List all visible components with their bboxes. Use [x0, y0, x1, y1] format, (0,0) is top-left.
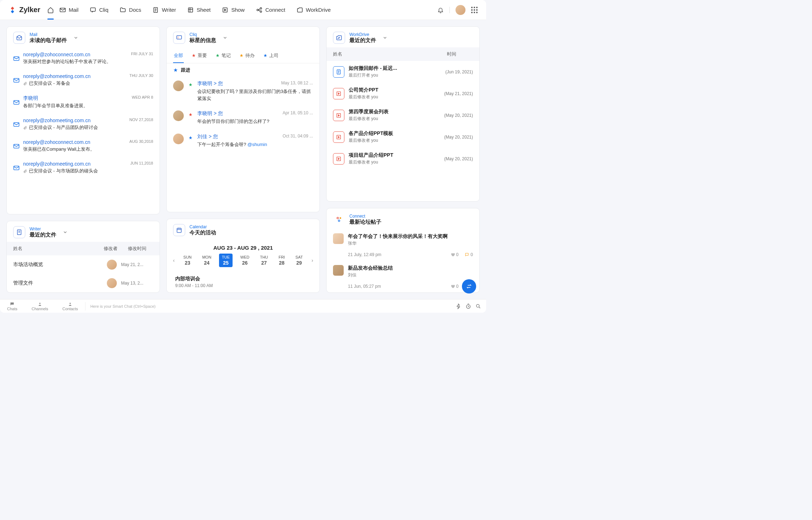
chevron-down-icon[interactable]	[382, 35, 387, 40]
chevron-down-icon[interactable]	[63, 230, 68, 235]
file-item[interactable]: 项目组产品介绍PPT 最后修改者 you (May 20, 2021)	[327, 148, 479, 170]
svg-point-5	[257, 9, 259, 11]
heart-icon	[451, 284, 455, 288]
svg-rect-16	[177, 228, 181, 233]
bb-chats[interactable]: Chats	[0, 302, 25, 311]
mail-item[interactable]: noreply@zohomeeting.com.cn 已安排会议 - 与产品团队…	[7, 113, 160, 135]
cal-day[interactable]: FRI 28	[276, 254, 288, 267]
file-item[interactable]: 各产品介绍PPT模板 最后修改者 you (May 20, 2021)	[327, 126, 479, 148]
cal-day[interactable]: THU 27	[257, 254, 271, 267]
chat-item[interactable]: 李晓明 > 您 May 13, 08:12 ... 会议纪要收到了吗？里面涉及你…	[167, 77, 319, 105]
calendar-header[interactable]: Calendar 今天的活动	[167, 219, 319, 240]
chat-item[interactable]: 刘佳 > 您 Oct 31, 04:09 ... 下午一起开个筹备会呀? @sh…	[167, 130, 319, 152]
cal-day[interactable]: MON 24	[199, 254, 214, 267]
file-item[interactable]: 第四季度展会列表 最后修改者 you (May 20, 2021)	[327, 104, 479, 126]
smart-chat-input[interactable]: Here is your Smart Chat (Ctrl+Space)	[85, 304, 451, 308]
cliq-header[interactable]: Cliq 标星的信息	[167, 27, 319, 47]
envelope-icon	[13, 52, 20, 65]
star-icon[interactable]	[188, 136, 193, 140]
mail-item[interactable]: noreply@zohomeeting.com.cn 已安排会议 - 筹备会 T…	[7, 69, 160, 91]
star-icon[interactable]	[188, 113, 193, 117]
chat-time: Oct 31, 04:09 ...	[283, 134, 313, 140]
post-item[interactable]: 新品发布会经验总结 刘佳	[327, 261, 479, 282]
tab-boss[interactable]: 上司	[262, 50, 279, 63]
play-icon	[222, 7, 228, 13]
chat-time: May 13, 08:12 ...	[281, 80, 313, 87]
doc-icon	[152, 7, 159, 13]
nav-show[interactable]: Show	[221, 5, 245, 15]
apps-menu-icon[interactable]	[471, 7, 478, 13]
cal-day[interactable]: SAT 29	[293, 254, 306, 267]
mail-date: WED APR 8	[132, 95, 153, 109]
nav-sheet[interactable]: Sheet	[187, 5, 211, 15]
cal-day[interactable]: WED 26	[238, 254, 253, 267]
post-item[interactable]: 年会了年会了！快来展示你的风采！有大奖啊 张华	[327, 229, 479, 251]
writer-row[interactable]: 管理文件 May 13, 2...	[7, 274, 160, 292]
file-meta: 最后打开者 you	[349, 72, 441, 78]
nav-connect[interactable]: Connect	[255, 5, 286, 15]
writer-header[interactable]: Writer 最近的文件	[7, 221, 160, 242]
star-icon[interactable]	[188, 83, 193, 87]
nav-workdrive[interactable]: WorkDrive	[296, 5, 332, 15]
mail-date: NOV 27,2018	[129, 118, 153, 131]
workdrive-header[interactable]: WorkDrive 最近的文件	[327, 27, 479, 47]
file-item[interactable]: 公司简介PPT 最后修改者 you (May 21, 2021)	[327, 83, 479, 104]
mail-item[interactable]: noreply@zohomeeting.com.cn 已安排会议 - 与市场团队…	[7, 157, 160, 178]
envelope-icon	[13, 140, 20, 152]
tab-todo[interactable]: 待办	[239, 50, 255, 63]
tab-all[interactable]: 全部	[173, 50, 184, 63]
follow-label: 跟进	[167, 63, 319, 77]
bb-channels[interactable]: Channels	[25, 302, 55, 311]
folder-icon	[120, 7, 126, 13]
mail-item[interactable]: noreply@zohoconnect.com.cn 张美丽已在Company …	[7, 135, 160, 157]
likes[interactable]: 0	[451, 284, 459, 289]
comments[interactable]: 0	[465, 252, 473, 257]
file-name: 项目组产品介绍PPT	[349, 152, 440, 158]
nav-mail[interactable]: Mail	[59, 5, 79, 15]
timer-icon[interactable]	[465, 303, 471, 309]
nav-docs-label: Docs	[129, 7, 141, 13]
nav-cliq-label: Cliq	[99, 7, 108, 13]
cal-day[interactable]: SUN 23	[181, 254, 194, 267]
mail-item[interactable]: 李晓明 各部门年会节目单及准备进展。 WED APR 8	[7, 91, 160, 113]
mail-header[interactable]: Mail 未读的电子邮件	[7, 27, 160, 47]
envelope-icon	[13, 162, 20, 174]
nav-cliq[interactable]: Cliq	[89, 5, 109, 15]
connect-widget-icon	[333, 213, 345, 225]
tab-notes[interactable]: 笔记	[215, 50, 231, 63]
connect-header[interactable]: Connect 最新论坛帖子	[327, 208, 479, 229]
file-item[interactable]: 如何撤回邮件 - 延迟... 最后打开者 you (Jun 19, 2021)	[327, 61, 479, 83]
mail-date: AUG 30,2018	[129, 139, 153, 152]
pin-icon[interactable]	[456, 303, 461, 309]
file-type-icon	[333, 131, 344, 143]
writer-cols: 姓名 修改者 修改时间	[7, 242, 160, 255]
cal-event[interactable]: 内部培训会 9:00 AM - 11:00 AM	[167, 271, 319, 292]
cal-next[interactable]: ›	[308, 258, 317, 263]
chat-item[interactable]: 李晓明 > 您 Apr 18, 05:10 ... 年会的节目你们部门排的怎么样…	[167, 107, 319, 129]
cal-prev[interactable]: ‹	[170, 258, 178, 263]
chevron-down-icon[interactable]	[223, 35, 228, 40]
cal-day[interactable]: TUE 25	[219, 254, 233, 267]
nav-writer[interactable]: Writer	[152, 5, 177, 15]
file-time: May 13, 2...	[121, 281, 153, 286]
fab-button[interactable]	[462, 279, 476, 293]
mail-date: JUN 11,2018	[130, 161, 153, 174]
mail-from: 李晓明	[23, 95, 128, 102]
nav-home[interactable]	[47, 5, 54, 15]
chevron-down-icon[interactable]	[73, 35, 78, 40]
file-meta: 最后修改者 you	[349, 116, 440, 122]
nav-docs[interactable]: Docs	[119, 5, 142, 15]
tab-important[interactable]: 重要	[191, 50, 208, 63]
likes[interactable]: 0	[451, 252, 459, 257]
bell-icon[interactable]	[437, 7, 444, 13]
bb-contacts[interactable]: Contacts	[55, 302, 85, 311]
chat-time: Apr 18, 05:10 ...	[283, 110, 313, 117]
user-avatar[interactable]	[456, 5, 465, 15]
brand-logo[interactable]: Zylker	[9, 6, 40, 14]
mail-item[interactable]: noreply@zohoconnect.com.cn 张美丽对您参与的论坛帖子中…	[7, 47, 160, 69]
mail-from: noreply@zohomeeting.com.cn	[23, 73, 126, 79]
writer-row[interactable]: 市场活动概览 May 21, 2...	[7, 255, 160, 274]
mail-subject: 张美丽对您参与的论坛帖子中发表了评论。	[23, 58, 127, 65]
search-icon[interactable]	[475, 303, 481, 309]
star-icon	[215, 53, 220, 58]
